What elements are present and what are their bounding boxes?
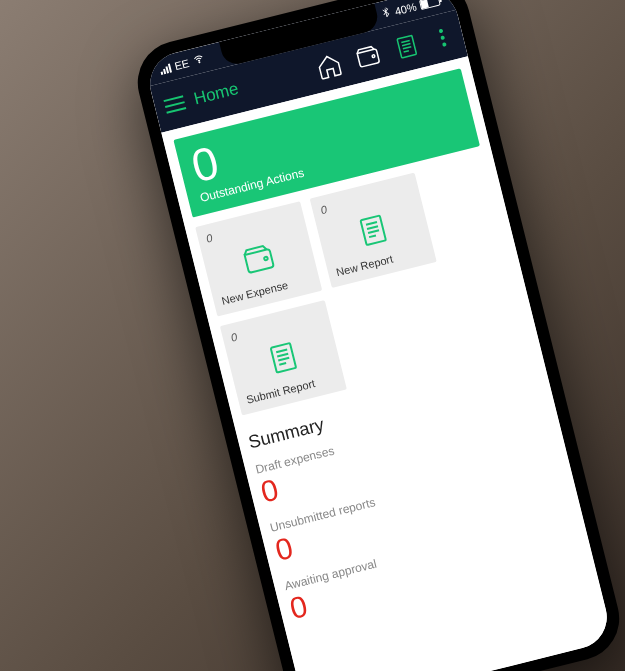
carrier-label: EE	[173, 57, 190, 72]
more-button[interactable]	[425, 17, 460, 57]
svg-rect-4	[360, 215, 385, 245]
new-report-tile[interactable]: 0 New Report	[309, 172, 436, 287]
submit-report-tile[interactable]: 0 Submit Report	[219, 300, 346, 415]
svg-rect-2	[397, 35, 416, 58]
new-expense-tile[interactable]: 0 New Expense	[195, 201, 322, 316]
report-button[interactable]	[386, 26, 427, 67]
home-icon	[313, 50, 345, 82]
wifi-icon	[191, 52, 206, 68]
wallet-icon	[352, 40, 384, 72]
svg-point-3	[263, 256, 267, 260]
bluetooth-icon	[379, 6, 392, 20]
signal-icon	[159, 63, 172, 74]
svg-point-1	[371, 54, 374, 57]
wallet-button[interactable]	[347, 35, 388, 76]
battery-icon	[418, 0, 440, 10]
report-icon	[391, 30, 423, 62]
content-area: 0 Outstanding Actions 0 New Expense 0 Ne	[161, 56, 613, 671]
svg-rect-5	[270, 343, 295, 373]
menu-button[interactable]	[157, 87, 191, 121]
svg-point-0	[198, 61, 199, 62]
battery-pct: 40%	[393, 0, 417, 17]
home-button[interactable]	[308, 45, 349, 86]
